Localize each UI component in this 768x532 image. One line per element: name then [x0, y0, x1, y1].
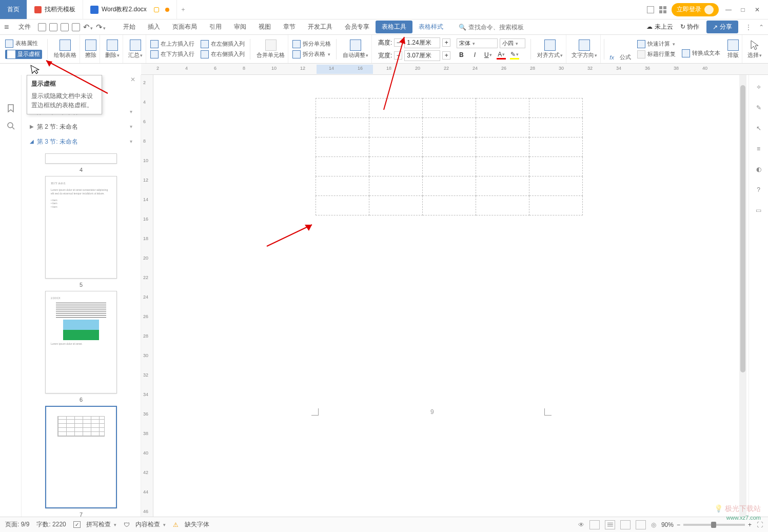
spellcheck-button[interactable]: ✓ 拼写检查 [73, 520, 116, 529]
width-input[interactable]: 3.07厘米 [404, 50, 440, 61]
navpane-close-button[interactable]: ✕ [130, 76, 135, 83]
eraser-button[interactable]: 擦除 [82, 35, 100, 63]
fast-calc-button[interactable]: 快速计算▾ [637, 40, 676, 48]
bookmark-icon[interactable] [6, 104, 15, 113]
page-indicator[interactable]: 页面: 9/9 [5, 520, 29, 529]
font-name-select[interactable]: 宋体 ▾ [457, 38, 498, 48]
close-button[interactable]: ✕ [753, 6, 762, 13]
font-color-button[interactable]: A▾ [497, 50, 506, 60]
vertical-scrollbar[interactable] [739, 75, 746, 517]
saveas-icon[interactable] [49, 23, 57, 31]
select-button[interactable]: 选择▾ [744, 35, 765, 63]
word-count[interactable]: 字数: 2220 [36, 520, 66, 529]
split-cells-button[interactable]: 拆分单元格 [292, 40, 331, 48]
height-minus[interactable]: − [394, 38, 402, 47]
draw-table-button[interactable]: 绘制表格 [51, 35, 80, 63]
search-box[interactable]: 🔍 [456, 22, 543, 32]
item-menu-icon[interactable]: ▾ [130, 109, 132, 114]
menu-devtools[interactable]: 开发工具 [302, 21, 339, 33]
content-check-button[interactable]: 🛡 内容检查 [124, 520, 166, 529]
redo-button[interactable]: ↷▾ [96, 23, 106, 32]
page-thumbnail[interactable]: 2.DOCXLorem ipsum dolor sit amet. [45, 291, 117, 393]
more-icon[interactable]: ⋮ [745, 24, 752, 31]
italic-button[interactable]: I [470, 50, 479, 60]
menu-reference[interactable]: 引用 [203, 21, 228, 33]
text-direction-button[interactable]: 文字方向▾ [568, 35, 601, 63]
item-menu-icon[interactable]: ▾ [130, 124, 132, 129]
apps-icon[interactable] [659, 6, 666, 13]
view-page-button[interactable] [589, 520, 600, 529]
outline-item[interactable]: ◢第 3 节: 未命名▾ [27, 134, 135, 149]
scrollbar-thumb[interactable] [740, 85, 745, 372]
style-icon[interactable]: ✧ [754, 82, 764, 92]
width-plus[interactable]: + [442, 51, 450, 60]
theme-icon[interactable]: ◐ [754, 164, 764, 174]
search-input[interactable] [468, 24, 540, 31]
view-read-button[interactable] [636, 520, 646, 529]
save-icon[interactable] [38, 23, 46, 31]
height-plus[interactable]: + [442, 38, 450, 47]
delete-button[interactable]: 删除▾ [102, 35, 123, 63]
collab-button[interactable]: ↻ 协作 [680, 23, 699, 31]
insert-col-right-button[interactable]: 在右侧插入列 [201, 50, 245, 58]
menu-view[interactable]: 视图 [252, 21, 277, 33]
highlight-button[interactable]: ✎▾ [510, 50, 519, 60]
undo-button[interactable]: ↶▾ [83, 23, 93, 32]
menu-section[interactable]: 章节 [277, 21, 302, 33]
layout-icon[interactable] [647, 6, 654, 13]
print-icon[interactable] [61, 23, 69, 31]
menu-layout[interactable]: 页面布局 [166, 21, 203, 33]
bold-button[interactable]: B [457, 50, 466, 60]
insert-col-left-button[interactable]: 在左侧插入列 [201, 40, 245, 48]
show-gridlines-button[interactable]: 显示虚框 [5, 50, 42, 59]
menu-icon[interactable] [4, 23, 11, 32]
help-icon[interactable]: ? [754, 185, 764, 195]
view-outline-button[interactable] [605, 520, 615, 529]
summary-button[interactable]: 汇总▾ [125, 35, 146, 63]
menu-member[interactable]: 会员专享 [339, 21, 376, 33]
page-thumbnail[interactable] [45, 406, 117, 508]
menu-table-tools[interactable]: 表格工具 [376, 21, 412, 33]
preview-icon[interactable] [72, 23, 80, 31]
insert-row-above-button[interactable]: 在上方插入行 [150, 40, 194, 48]
edit-icon[interactable]: ✎ [754, 103, 764, 113]
underline-button[interactable]: U▾ [483, 50, 493, 60]
zoom-value[interactable]: 90% [661, 521, 674, 528]
missing-font-button[interactable]: ⚠ 缺失字体 [173, 520, 209, 529]
merge-cells-button[interactable]: 合并单元格 [253, 35, 288, 63]
outline-item[interactable]: ▶第 2 节: 未命名▾ [27, 120, 135, 134]
maximize-button[interactable]: □ [738, 6, 747, 13]
zoom-slider[interactable] [683, 524, 745, 526]
search-panel-icon[interactable] [6, 121, 15, 130]
new-tab-button[interactable]: ＋ [177, 0, 189, 19]
focus-icon[interactable]: ◎ [651, 521, 656, 528]
ruler-vertical[interactable]: 2468101214161820222426283032343638404244… [141, 75, 153, 517]
height-input[interactable]: 1.24厘米 [404, 37, 440, 48]
split-table-button[interactable]: 拆分表格▾ [292, 50, 331, 58]
formula-button[interactable]: fx 公式 [609, 53, 631, 61]
eye-icon[interactable]: 👁 [578, 521, 584, 528]
panel-icon[interactable]: ▭ [754, 205, 764, 215]
menu-start[interactable]: 开始 [117, 21, 142, 33]
login-button[interactable]: 立即登录 [672, 3, 719, 16]
cloud-status[interactable]: ☁ 未上云 [646, 23, 673, 31]
table-properties-button[interactable]: 表格属性 [5, 40, 42, 48]
fullscreen-icon[interactable]: ⛶ [757, 521, 763, 528]
menu-review[interactable]: 审阅 [228, 21, 252, 33]
settings-icon[interactable]: ≡ [754, 144, 764, 154]
align-button[interactable]: 对齐方式▾ [534, 35, 566, 63]
zoom-out-button[interactable]: − [677, 521, 680, 528]
ruler-horizontal[interactable]: 246810121416182022242628303234363840 [141, 64, 768, 75]
to-text-button[interactable]: 转换成文本 [682, 49, 720, 57]
zoom-handle[interactable] [711, 522, 716, 528]
page-thumbnail[interactable] [45, 153, 117, 164]
title-repeat-button[interactable]: 标题行重复 [637, 50, 676, 58]
insert-row-below-button[interactable]: 在下方插入行 [150, 50, 194, 58]
view-web-button[interactable] [620, 520, 631, 529]
chevron-down-icon[interactable]: ⌃ [759, 24, 764, 31]
share-button[interactable]: ↗分享 [706, 21, 738, 33]
tab-document[interactable]: Word教程2.docx [83, 0, 177, 19]
width-minus[interactable]: − [394, 51, 402, 60]
menu-insert[interactable]: 插入 [142, 21, 166, 33]
sort-button[interactable]: 排版 [724, 35, 742, 63]
